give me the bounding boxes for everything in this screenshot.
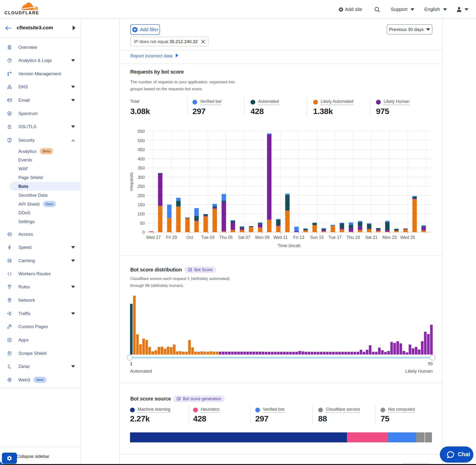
svg-text:Requests: Requests: [130, 172, 134, 191]
svg-text:Fri 29: Fri 29: [166, 235, 177, 240]
svg-text:Wed 27: Wed 27: [146, 235, 161, 240]
svg-text:550: 550: [138, 129, 145, 134]
svg-text:Wed 11: Wed 11: [273, 235, 288, 240]
svg-text:Wed 25: Wed 25: [400, 235, 415, 240]
svg-text:Thu 05: Thu 05: [219, 235, 233, 240]
svg-text:Mon 23: Mon 23: [382, 235, 397, 240]
svg-text:Tue 03: Tue 03: [201, 235, 214, 240]
svg-text:500: 500: [138, 138, 145, 143]
svg-text:Fri 13: Fri 13: [293, 235, 304, 240]
svg-text:450: 450: [138, 147, 145, 152]
svg-text:300: 300: [138, 175, 145, 180]
svg-text:Tue 17: Tue 17: [328, 235, 341, 240]
svg-text:200: 200: [138, 193, 145, 198]
svg-text:Sat 21: Sat 21: [365, 235, 378, 240]
svg-text:150: 150: [138, 202, 145, 207]
svg-text:100: 100: [138, 212, 145, 216]
svg-text:Sat 07: Sat 07: [238, 235, 250, 240]
svg-text:Time (local): Time (local): [278, 243, 300, 248]
svg-text:400: 400: [138, 157, 145, 161]
svg-text:50: 50: [140, 221, 145, 226]
svg-text:Thu 19: Thu 19: [347, 235, 360, 240]
svg-text:Mon 09: Mon 09: [255, 235, 270, 240]
svg-text:350: 350: [138, 166, 145, 170]
svg-text:0: 0: [142, 230, 145, 235]
svg-text:Oct: Oct: [186, 235, 193, 240]
svg-text:250: 250: [138, 184, 145, 189]
svg-text:Sun 15: Sun 15: [310, 235, 324, 240]
